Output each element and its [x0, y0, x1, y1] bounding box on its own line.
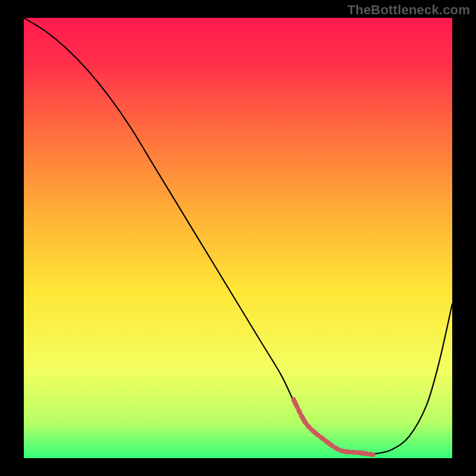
bottleneck-chart: [24, 18, 452, 458]
chart-svg: [24, 18, 452, 458]
watermark-label: TheBottleneck.com: [347, 2, 470, 18]
chart-frame: TheBottleneck.com: [0, 0, 476, 476]
gradient-background: [24, 18, 452, 458]
